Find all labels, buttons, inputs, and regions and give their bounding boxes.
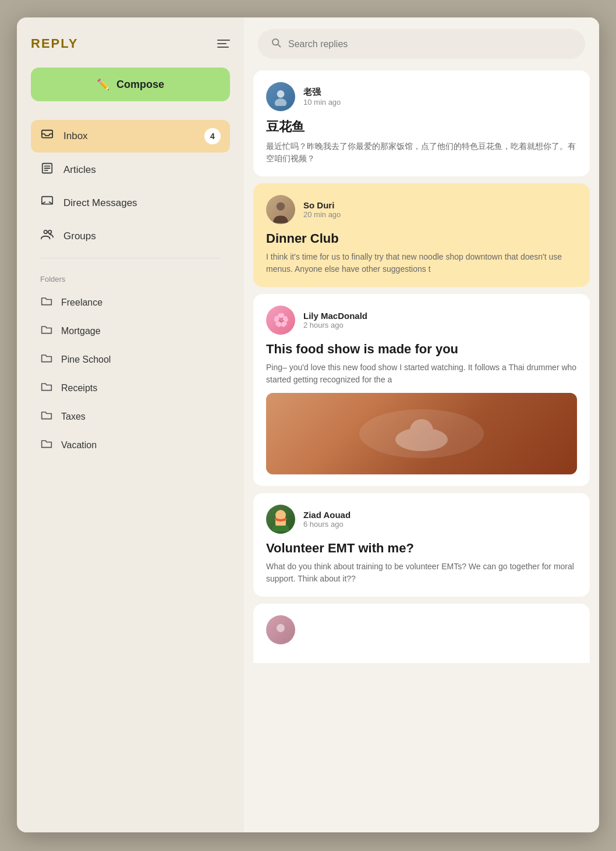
folder-freelance[interactable]: Freelance [31,288,230,317]
message-subject: Dinner Club [266,231,577,246]
food-image-placeholder [266,393,577,474]
menu-toggle-button[interactable] [217,40,230,48]
message-card[interactable]: 🌸 Lily MacDonald 2 hours ago This food s… [253,294,590,486]
svg-point-6 [44,231,48,234]
sidebar-header: REPLY [31,36,230,51]
message-subject: Volunteer EMT with me? [266,541,577,556]
folder-vacation-label: Vacation [61,440,97,451]
message-header: Ziad Aouad 6 hours ago [266,505,577,534]
svg-point-17 [277,624,285,632]
time-ago: 2 hours ago [303,321,367,329]
direct-messages-icon [40,195,54,211]
folder-taxes[interactable]: Taxes [31,402,230,431]
message-preview: What do you think about training to be v… [266,561,577,585]
avatar [266,82,295,111]
sidebar-item-articles[interactable]: Articles [31,154,230,186]
avatar [266,615,295,644]
search-bar-wrap [244,17,599,70]
sender-name: Lily MacDonald [303,311,367,321]
message-header: 🌸 Lily MacDonald 2 hours ago [266,306,577,335]
folder-icon [40,296,53,309]
messages-list: 老强 10 min ago 豆花鱼 最近忙吗？昨晚我去了你最爱的那家饭馆，点了他… [244,70,599,832]
svg-point-11 [275,98,286,106]
sidebar-divider [40,258,221,258]
folder-icon [40,410,53,423]
folder-pine-school-label: Pine School [61,354,111,365]
sidebar-item-inbox[interactable]: Inbox 4 [31,120,230,153]
sender-info: Lily MacDonald 2 hours ago [303,311,367,329]
message-preview: Ping– you'd love this new food show I st… [266,361,577,386]
message-header [266,615,577,644]
folder-freelance-label: Freelance [61,297,102,308]
folder-icon [40,324,53,338]
sidebar-item-direct-messages[interactable]: Direct Messages [31,187,230,219]
inbox-badge: 4 [204,128,221,144]
inbox-label: Inbox [63,130,88,142]
folder-receipts-label: Receipts [61,383,97,393]
svg-point-14 [410,419,433,442]
folders-label: Folders [31,275,230,283]
app-logo: REPLY [31,36,78,51]
folder-icon [40,438,53,452]
message-subject: This food show is made for you [266,342,577,357]
sender-info: So Duri 20 min ago [303,200,341,219]
folders-section: Folders Freelance Mortgage [31,275,230,459]
message-preview: 最近忙吗？昨晚我去了你最爱的那家饭馆，点了他们的特色豆花鱼，吃着就想你了。有空咱… [266,140,577,165]
message-card[interactable]: 老强 10 min ago 豆花鱼 最近忙吗？昨晚我去了你最爱的那家饭馆，点了他… [253,70,590,176]
message-image [266,393,577,474]
avatar [266,505,295,534]
app-container: REPLY ✏️ Compose Inbox 4 [17,17,599,832]
direct-messages-label: Direct Messages [63,197,137,209]
svg-line-9 [278,44,280,47]
groups-label: Groups [63,231,96,242]
inbox-icon [40,129,54,144]
folder-receipts[interactable]: Receipts [31,374,230,402]
svg-point-10 [277,90,285,98]
sender-name: Ziad Aouad [303,510,351,520]
folder-taxes-label: Taxes [61,412,86,422]
folder-icon [40,353,53,366]
time-ago: 10 min ago [303,98,341,107]
compose-button[interactable]: ✏️ Compose [31,68,230,101]
search-bar [258,29,585,59]
sidebar: REPLY ✏️ Compose Inbox 4 [17,17,244,832]
sender-info: 老强 10 min ago [303,87,341,107]
sidebar-item-groups[interactable]: Groups [31,220,230,252]
svg-point-7 [48,231,52,234]
time-ago: 20 min ago [303,210,341,219]
folder-pine-school[interactable]: Pine School [31,345,230,374]
message-card-partial[interactable] [253,604,590,663]
articles-icon [40,162,54,178]
avatar [266,195,295,224]
compose-label: Compose [116,79,164,91]
message-subject: 豆花鱼 [266,118,577,136]
sender-name: 老强 [303,87,341,98]
main-content: 老强 10 min ago 豆花鱼 最近忙吗？昨晚我去了你最爱的那家饭馆，点了他… [244,17,599,832]
articles-label: Articles [63,164,96,176]
sender-info: Ziad Aouad 6 hours ago [303,510,351,529]
message-preview: I think it's time for us to finally try … [266,251,577,275]
message-card[interactable]: So Duri 20 min ago Dinner Club I think i… [253,183,590,287]
search-icon [271,37,281,51]
svg-point-12 [277,202,285,210]
folder-mortgage[interactable]: Mortgage [31,317,230,345]
time-ago: 6 hours ago [303,520,351,529]
compose-icon: ✏️ [97,78,109,91]
groups-icon [40,228,54,244]
search-input[interactable] [288,39,572,49]
folder-vacation[interactable]: Vacation [31,431,230,459]
sender-name: So Duri [303,200,341,210]
message-card[interactable]: Ziad Aouad 6 hours ago Volunteer EMT wit… [253,493,590,597]
avatar: 🌸 [266,306,295,335]
message-header: So Duri 20 min ago [266,195,577,224]
folder-icon [40,381,53,395]
message-header: 老强 10 min ago [266,82,577,111]
folder-mortgage-label: Mortgage [61,326,101,336]
